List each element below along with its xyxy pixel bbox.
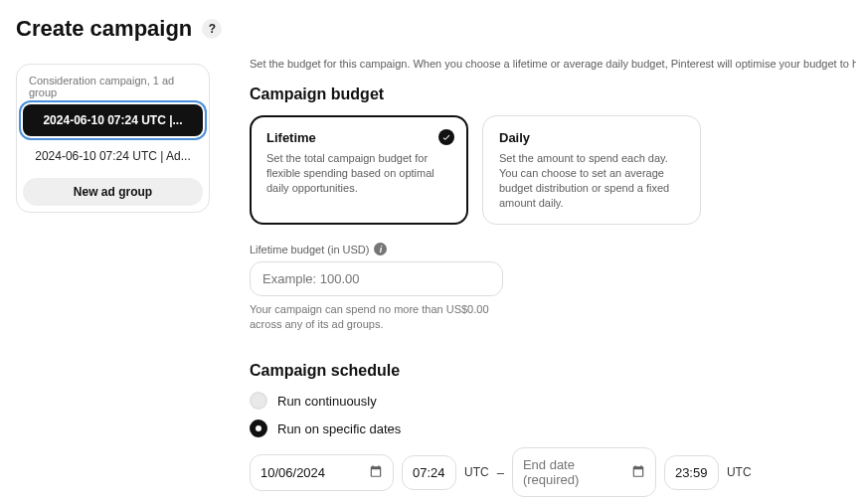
check-icon — [438, 129, 454, 145]
end-date-input[interactable]: End date (required) — [512, 447, 656, 497]
tz-label-end: UTC — [727, 465, 752, 479]
calendar-icon — [369, 464, 383, 481]
start-time-input[interactable]: 07:24 — [402, 455, 456, 490]
calendar-icon — [631, 464, 645, 481]
option-desc: Set the amount to spend each day. You ca… — [499, 151, 684, 210]
end-time-value: 23:59 — [675, 465, 708, 480]
schedule-heading: Campaign schedule — [250, 362, 856, 380]
sidebar-item-adgroup[interactable]: 2024-06-10 07:24 UTC | Ad... — [23, 140, 203, 172]
new-ad-group-button[interactable]: New ad group — [23, 178, 203, 206]
campaign-subtitle: Consideration campaign, 1 ad group — [23, 75, 203, 104]
option-title: Lifetime — [266, 130, 451, 145]
radio-label: Run continuously — [277, 394, 377, 409]
radio-run-specific[interactable]: Run on specific dates — [250, 420, 856, 437]
intro-text: Set the budget for this campaign. When y… — [250, 58, 856, 70]
budget-field-label: Lifetime budget (in USD) i — [250, 243, 856, 255]
budget-option-lifetime[interactable]: Lifetime Set the total campaign budget f… — [250, 115, 468, 225]
radio-icon — [250, 420, 267, 437]
end-date-placeholder: End date (required) — [523, 457, 621, 487]
budget-option-daily[interactable]: Daily Set the amount to spend each day. … — [482, 115, 701, 225]
tz-label-start: UTC — [464, 465, 489, 479]
start-date-input[interactable]: 10/06/2024 — [250, 454, 394, 491]
sidebar: Consideration campaign, 1 ad group 2024-… — [16, 62, 210, 504]
main-content: Set the budget for this campaign. When y… — [250, 62, 866, 504]
budget-heading: Campaign budget — [250, 85, 856, 103]
help-icon[interactable]: ? — [202, 19, 222, 39]
info-icon[interactable]: i — [374, 243, 387, 255]
start-time-value: 07:24 — [413, 465, 445, 480]
radio-run-continuously[interactable]: Run continuously — [250, 392, 856, 410]
radio-icon — [250, 392, 267, 410]
sidebar-item-campaign[interactable]: 2024-06-10 07:24 UTC |... — [23, 104, 203, 136]
page-title: Create campaign — [16, 16, 192, 42]
budget-helper-text: Your campaign can spend no more than US$… — [250, 302, 508, 332]
radio-label: Run on specific dates — [277, 421, 401, 436]
range-dash: – — [497, 465, 504, 480]
option-desc: Set the total campaign budget for flexib… — [266, 151, 451, 196]
lifetime-budget-input[interactable] — [250, 261, 503, 296]
campaign-card: Consideration campaign, 1 ad group 2024-… — [16, 64, 210, 213]
end-time-input[interactable]: 23:59 — [664, 455, 719, 490]
option-title: Daily — [499, 130, 684, 145]
start-date-value: 10/06/2024 — [260, 465, 325, 480]
